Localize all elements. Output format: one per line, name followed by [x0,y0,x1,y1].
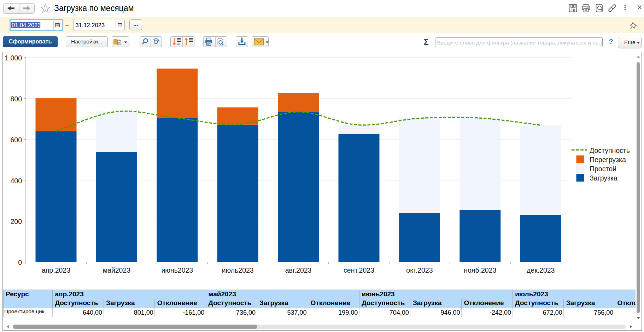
svg-text:Простой: Простой [590,165,616,173]
svg-text:Перегрузка: Перегрузка [590,156,626,164]
svg-text:май2023: май2023 [103,266,131,274]
svg-text:сент.2023: сент.2023 [344,266,374,274]
svg-text:апр.2023: апр.2023 [42,266,70,274]
svg-text:июль2023: июль2023 [222,266,254,274]
svg-text:нояб.2023: нояб.2023 [464,266,496,274]
svg-text:400: 400 [10,177,22,185]
svg-text:200: 200 [10,218,22,225]
svg-text:800: 800 [10,95,22,103]
svg-text:авг.2023: авг.2023 [285,266,312,274]
svg-text:Доступность: Доступность [590,147,630,154]
svg-text:окт.2023: окт.2023 [406,266,433,274]
svg-text:0: 0 [18,259,22,266]
svg-text:Загрузка: Загрузка [590,174,617,182]
svg-text:1 000: 1 000 [5,54,22,62]
svg-text:дек.2023: дек.2023 [527,266,555,274]
svg-text:600: 600 [10,136,22,144]
svg-text:июнь2023: июнь2023 [161,266,193,274]
